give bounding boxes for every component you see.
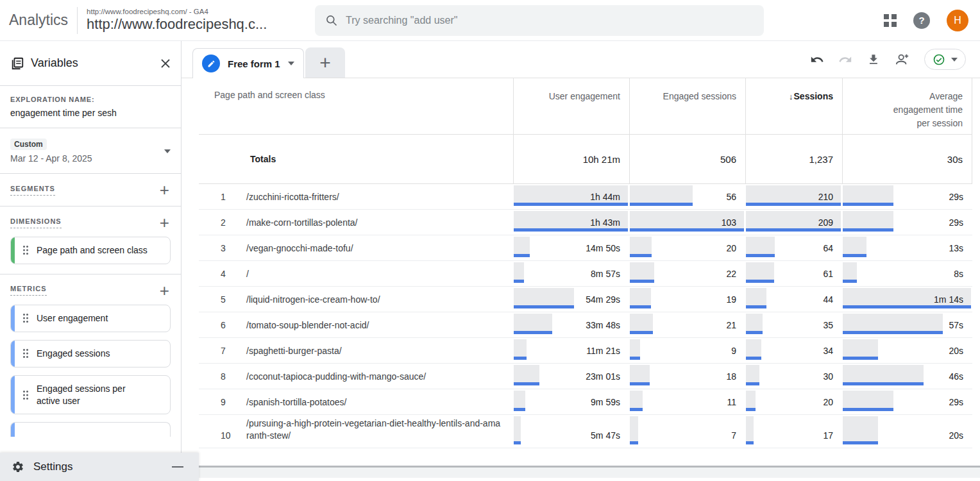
avatar[interactable]: H	[947, 10, 968, 31]
metric-value: 1h 44m	[590, 192, 620, 202]
metric-chip[interactable]: User engagement	[10, 305, 171, 332]
metric-bar	[843, 262, 857, 280]
table-row[interactable]: 7 /spaghetti-burger-pasta/ 11m 21s 9 34 …	[199, 338, 972, 364]
metric-bar	[514, 288, 574, 305]
metric-cell: 9m 59s	[513, 389, 629, 414]
check-circle-icon	[933, 53, 945, 66]
table-row[interactable]: 4 / 8m 57s 22 61 8s	[199, 261, 972, 287]
row-rank: 3	[221, 242, 246, 255]
row-rank: 4	[221, 268, 246, 280]
variables-panel: Variables EXPLORATION NAME: engagement t…	[0, 41, 182, 481]
row-path: /zucchini-ricotta-fritters/	[246, 191, 503, 203]
settings-button[interactable]: Settings	[0, 453, 199, 481]
column-header-sessions[interactable]: ↓Sessions	[745, 78, 842, 134]
apps-grid-icon[interactable]	[884, 14, 897, 27]
table-row[interactable]: 9 /spanish-tortilla-potatoes/ 9m 59s 11 …	[199, 389, 972, 415]
tab-free-form-1[interactable]: Free form 1	[192, 48, 304, 78]
tab-caret-icon[interactable]	[288, 62, 294, 65]
table-row[interactable]: 1 /zucchini-ricotta-fritters/ 1h 44m 56 …	[199, 184, 972, 210]
metric-bar	[843, 314, 943, 331]
add-segment-button[interactable]: +	[158, 183, 171, 196]
metrics-label: METRICS	[10, 285, 47, 296]
saved-status-button[interactable]	[924, 49, 966, 70]
tab-label: Free form 1	[228, 58, 280, 69]
minimize-icon[interactable]	[172, 466, 183, 468]
metric-value: 64	[823, 243, 833, 253]
metric-cell: 210	[745, 184, 842, 209]
metric-cell: 11	[629, 389, 745, 414]
analytics-logo: Analytics	[6, 12, 77, 29]
status-caret-icon	[951, 58, 958, 62]
table-row[interactable]: 6 /tomato-soup-blender-not-acid/ 33m 48s…	[199, 312, 972, 338]
metric-bar	[514, 262, 524, 280]
metric-cell: 11m 21s	[513, 338, 629, 363]
segments-section: SEGMENTS +	[0, 174, 181, 207]
metric-bar	[630, 288, 651, 305]
row-path: /spanish-tortilla-potatoes/	[246, 396, 503, 409]
metric-value: 35	[823, 320, 833, 330]
row-path: /vegan-gnocchi-made-tofu/	[246, 242, 503, 255]
table-row[interactable]: 2 /make-corn-tortillas-polenta/ 1h 43m 1…	[199, 210, 972, 235]
add-dimension-button[interactable]: +	[158, 216, 171, 229]
table-row[interactable]: 8 /coconut-tapioca-pudding-with-mango-sa…	[199, 364, 972, 389]
column-header-engaged-sessions[interactable]: Engaged sessions	[629, 78, 745, 134]
table-body: 1 /zucchini-ricotta-fritters/ 1h 44m 56 …	[199, 184, 972, 448]
metric-chip[interactable]: Engaged sessions per active user	[10, 375, 171, 415]
drag-handle-icon[interactable]	[22, 390, 29, 400]
metric-cell: 44	[745, 287, 842, 312]
metric-bar	[514, 416, 521, 441]
metric-cell: 21	[629, 312, 745, 337]
metrics-section: METRICS + User engagement Engaged sessio…	[0, 274, 181, 447]
metric-chip-partial[interactable]	[10, 422, 171, 437]
undo-icon[interactable]	[810, 53, 824, 67]
drag-handle-icon[interactable]	[22, 245, 29, 255]
exploration-name-section: EXPLORATION NAME: engagement time per se…	[0, 86, 181, 128]
add-metric-button[interactable]: +	[158, 284, 171, 297]
totals-sessions: 1,237	[745, 135, 842, 183]
share-add-user-icon[interactable]	[895, 53, 910, 67]
metric-value: 23m 01s	[586, 371, 620, 382]
metric-cell: 64	[745, 235, 842, 260]
metric-cell: 29s	[842, 389, 972, 414]
metric-bar	[843, 185, 893, 203]
dimension-chip[interactable]: Page path and screen class	[10, 237, 171, 264]
search-input[interactable]	[346, 15, 754, 26]
exploration-name-value[interactable]: engagement time per sesh	[10, 108, 171, 118]
property-selector[interactable]: http://www.foodrecipeshq.com/ - GA4 http…	[87, 8, 298, 33]
metric-value: 56	[726, 192, 736, 202]
metric-bar	[630, 185, 693, 203]
metric-value: 29s	[949, 397, 963, 407]
metric-bar	[746, 262, 774, 280]
metric-bar	[514, 391, 525, 408]
table-row[interactable]: 3 /vegan-gnocchi-made-tofu/ 14m 50s 20 6…	[199, 235, 972, 261]
metric-value: 18	[726, 371, 736, 382]
column-header-avg-engagement-time[interactable]: Average engagement time per session	[842, 78, 972, 134]
table-row[interactable]: 10 /pursuing-a-high-protein-vegetarian-d…	[199, 415, 972, 448]
metric-bar	[746, 339, 761, 357]
metric-value: 29s	[949, 217, 963, 228]
download-icon[interactable]	[866, 53, 881, 67]
drag-handle-icon[interactable]	[22, 313, 29, 323]
help-icon[interactable]: ?	[913, 12, 930, 29]
table-row[interactable]: 5 /liquid-nitrogen-ice-cream-how-to/ 54m…	[199, 287, 972, 312]
close-icon[interactable]	[160, 58, 171, 69]
variables-icon	[10, 56, 24, 71]
metric-cell: 13s	[842, 235, 972, 260]
metric-chip[interactable]: Engaged sessions	[10, 340, 171, 367]
column-header-page-path[interactable]: Page path and screen class	[199, 78, 513, 134]
add-tab-button[interactable]: +	[305, 47, 345, 78]
column-header-user-engagement[interactable]: User engagement	[513, 78, 629, 134]
global-search[interactable]	[315, 5, 764, 36]
totals-row: Totals 10h 21m 506 1,237 30s	[199, 135, 972, 184]
metric-cell: 23m 01s	[513, 364, 629, 389]
date-range-selector[interactable]: Custom Mar 12 - Apr 8, 2025	[0, 128, 181, 174]
metric-bar	[746, 288, 766, 305]
row-path: /tomato-soup-blender-not-acid/	[246, 319, 503, 332]
table-header-row: Page path and screen class User engageme…	[199, 78, 972, 135]
redo-icon[interactable]	[838, 53, 852, 67]
app-bar: Analytics http://www.foodrecipeshq.com/ …	[0, 0, 980, 41]
drag-handle-icon[interactable]	[22, 348, 29, 359]
property-account-line: http://www.foodrecipeshq.com/ - GA4	[87, 8, 298, 16]
metric-bar	[843, 416, 878, 441]
metric-value: 1h 43m	[590, 217, 620, 228]
